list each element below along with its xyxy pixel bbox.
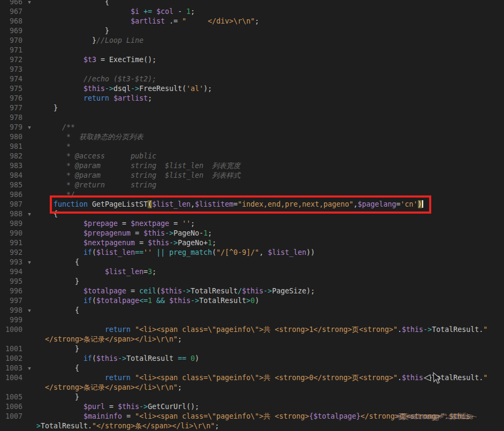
code-text[interactable]: return "<li><span class=\"pageinfo\">共 <… [36, 373, 504, 383]
code-line[interactable]: 969 } [0, 26, 504, 36]
code-line[interactable]: </strong>条记录</span></li>\r\n"; [0, 335, 504, 344]
code-text[interactable]: * 获取静态的分页列表 [36, 132, 504, 142]
code-text[interactable]: if($list_len=='' || preg_match("/[^0-9]/… [36, 248, 504, 258]
code-line[interactable]: 1005 } [0, 392, 504, 402]
code-text[interactable]: }//Loop Line [36, 36, 504, 46]
code-line[interactable]: 972 $t3 = ExecTime(); [0, 55, 504, 65]
code-text[interactable]: } [36, 26, 504, 36]
code-line[interactable]: 976 return $artlist; [0, 94, 504, 103]
code-text[interactable]: if($totalpage<=1 && $this->TotalResult>0… [36, 296, 504, 306]
code-text[interactable]: $prepagenum = $this->PageNo-1; [36, 229, 504, 238]
code-line[interactable]: 1003▼ { [0, 364, 504, 373]
code-text[interactable]: * @param string $list_len 列表样式 [36, 171, 504, 180]
code-text[interactable]: </strong>条记录</span></li>\r\n"; [36, 383, 504, 392]
code-text[interactable]: * @param string $list_len 列表宽度 [36, 161, 504, 171]
fold-arrow-icon[interactable]: ▼ [22, 364, 36, 373]
code-line[interactable]: 1007 $maininfo = "<li><span class=\"page… [0, 412, 504, 421]
fold-arrow-icon[interactable]: ▼ [22, 0, 36, 7]
code-line[interactable]: 968 $artlist .= " </div>\r\n"; [0, 17, 504, 26]
code-line[interactable]: 971 [0, 46, 504, 55]
code-text[interactable]: } [36, 277, 504, 286]
code-line[interactable]: 987 function GetPageListST($list_len,$li… [0, 200, 504, 209]
code-text[interactable]: return $artlist; [36, 94, 504, 103]
code-text[interactable]: >TotalResult."</strong>条</span></li>\r\n… [36, 421, 504, 431]
code-text[interactable]: /** [36, 123, 504, 132]
code-line[interactable]: 1006 $purl = $this->GetCurUrl(); [0, 402, 504, 412]
code-text[interactable]: $maininfo = "<li><span class=\"pageinfo\… [36, 412, 504, 421]
code-line[interactable]: 990 $prepagenum = $this->PageNo-1; [0, 229, 504, 238]
code-line[interactable]: 999 [0, 315, 504, 325]
code-text[interactable]: if($this->TotalResult == 0) [36, 354, 504, 364]
fold-gutter [22, 26, 36, 36]
code-area[interactable]: 966▼ {967 $i += $col - 1;968 $artlist .=… [0, 0, 504, 431]
code-line[interactable]: 982 * @access public [0, 152, 504, 161]
code-text[interactable]: $this->dsql->FreeResult('al'); [36, 84, 504, 94]
code-text[interactable] [36, 46, 504, 55]
code-line[interactable]: 988▼ { [0, 209, 504, 219]
code-text[interactable] [36, 65, 504, 74]
code-line[interactable]: 983 * @param string $list_len 列表宽度 [0, 161, 504, 171]
code-line[interactable]: 994 $list_len=3; [0, 267, 504, 277]
code-text[interactable]: $t3 = ExecTime(); [36, 55, 504, 65]
code-text[interactable]: $artlist .= " </div>\r\n"; [36, 17, 504, 26]
code-text[interactable] [36, 315, 504, 325]
code-line[interactable]: 993▼ { [0, 258, 504, 267]
code-text[interactable]: * @access public [36, 152, 504, 161]
code-line[interactable]: 985 * @return string [0, 180, 504, 190]
code-line[interactable]: >TotalResult."</strong>条</span></li>\r\n… [0, 421, 504, 431]
code-text[interactable]: $list_len=3; [36, 267, 504, 277]
code-text[interactable]: function GetPageListST($list_len,$listit… [36, 200, 504, 209]
code-line[interactable]: 1004 return "<li><span class=\"pageinfo\… [0, 373, 504, 383]
code-line[interactable]: 970 }//Loop Line [0, 36, 504, 46]
code-text[interactable]: { [36, 209, 504, 219]
code-line[interactable]: 1002 if($this->TotalResult == 0) [0, 354, 504, 364]
code-text[interactable]: return "<li><span class=\"pageinfo\">共 <… [36, 325, 504, 335]
code-line[interactable]: 986 */ [0, 190, 504, 200]
code-line[interactable]: 996 $totalpage = ceil($this->TotalResult… [0, 286, 504, 296]
code-line[interactable]: 980 * 获取静态的分页列表 [0, 132, 504, 142]
code-line[interactable]: 995 } [0, 277, 504, 286]
code-token: GetPageListST [88, 200, 148, 208]
code-line[interactable]: 974 //echo ($t3-$t2); [0, 74, 504, 84]
code-line[interactable]: 981 * [0, 142, 504, 152]
code-line[interactable]: </strong>条记录</span></li>\r\n"; [0, 383, 504, 392]
fold-arrow-icon[interactable]: ▼ [22, 123, 36, 132]
code-text[interactable] [36, 113, 504, 123]
code-line[interactable]: 1000 return "<li><span class=\"pageinfo\… [0, 325, 504, 335]
code-line[interactable]: 992 if($list_len=='' || preg_match("/[^0… [0, 248, 504, 258]
code-line[interactable]: 973 [0, 65, 504, 74]
code-line[interactable]: 984 * @param string $list_len 列表样式 [0, 171, 504, 180]
line-number: 982 [0, 152, 22, 161]
code-text[interactable]: * @return string [36, 180, 504, 190]
code-text[interactable]: $totalpage = ceil($this->TotalResult/$th… [36, 286, 504, 296]
code-text[interactable]: { [36, 364, 504, 373]
code-line[interactable]: 1001 } [0, 344, 504, 354]
code-line[interactable]: 998▼ { [0, 306, 504, 315]
code-line[interactable]: 979▼ /** [0, 123, 504, 132]
code-text[interactable]: * [36, 142, 504, 152]
code-text[interactable]: } [36, 344, 504, 354]
code-line[interactable]: 975 $this->dsql->FreeResult('al'); [0, 84, 504, 94]
fold-arrow-icon[interactable]: ▼ [22, 306, 36, 315]
code-line[interactable]: 967 $i += $col - 1; [0, 7, 504, 17]
code-line[interactable]: 978 [0, 113, 504, 123]
code-line[interactable]: 997 if($totalpage<=1 && $this->TotalResu… [0, 296, 504, 306]
code-text[interactable]: } [36, 103, 504, 113]
code-text[interactable]: $i += $col - 1; [36, 7, 504, 17]
code-text[interactable]: </strong>条记录</span></li>\r\n"; [36, 335, 504, 344]
code-text[interactable]: { [36, 306, 504, 315]
code-line[interactable]: 991 $nextpagenum = $this->PageNo+1; [0, 238, 504, 248]
code-line[interactable]: 989 $prepage = $nextpage = ''; [0, 219, 504, 229]
code-text[interactable]: $purl = $this->GetCurUrl(); [36, 402, 504, 412]
code-text[interactable]: { [36, 0, 504, 7]
code-line[interactable]: 977 } [0, 103, 504, 113]
code-line[interactable]: 966▼ { [0, 0, 504, 7]
code-text[interactable]: $prepage = $nextpage = ''; [36, 219, 504, 229]
fold-arrow-icon[interactable]: ▼ [22, 258, 36, 267]
code-text[interactable]: $nextpagenum = $this->PageNo+1; [36, 238, 504, 248]
code-text[interactable]: */ [36, 190, 504, 200]
code-text[interactable]: } [36, 392, 504, 402]
code-text[interactable]: { [36, 258, 504, 267]
fold-arrow-icon[interactable]: ▼ [22, 209, 36, 219]
code-text[interactable]: //echo ($t3-$t2); [36, 74, 504, 84]
